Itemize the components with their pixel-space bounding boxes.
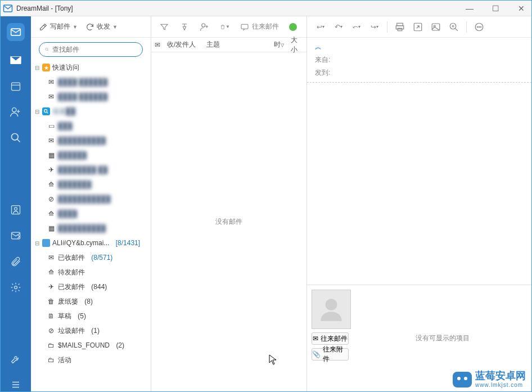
print-icon[interactable] xyxy=(394,21,405,33)
folder-activity[interactable]: 🗀活动 xyxy=(31,353,151,367)
chevron-down-icon: ▼ xyxy=(112,24,118,30)
tree-item[interactable]: ▦██████ xyxy=(31,148,151,163)
svg-rect-13 xyxy=(397,23,403,26)
svg-rect-15 xyxy=(398,28,402,31)
delete-icon[interactable]: ▼ xyxy=(220,22,230,32)
maximize-button[interactable]: ☐ xyxy=(488,4,503,13)
chat-icon xyxy=(240,22,249,31)
tree-item[interactable]: ⟰████ xyxy=(31,206,151,221)
filter-icon[interactable] xyxy=(159,22,169,32)
compose-button[interactable]: 写邮件 ▼ xyxy=(39,22,78,31)
nav-attachment-icon[interactable] xyxy=(9,255,22,268)
trash-icon: 🗑 xyxy=(47,297,56,306)
search-input[interactable] xyxy=(52,46,137,53)
nav-search-icon[interactable] xyxy=(9,131,22,145)
titlebar: DreamMail - [Tony] ― ☐ ✕ xyxy=(1,1,531,16)
star-icon: ★ xyxy=(42,64,50,71)
contact-empty: 没有可显示的项目 xyxy=(416,334,470,343)
svg-point-23 xyxy=(480,26,481,28)
svg-point-21 xyxy=(477,26,478,28)
svg-point-6 xyxy=(15,207,17,210)
folder-trash[interactable]: 🗑废纸篓 (8) xyxy=(31,294,151,309)
mail-icon: ✉ xyxy=(47,136,56,145)
folder-tree: ⊟★快速访问 ✉████ ██████ ✉████ ██████ ⊟搜索██ ▭… xyxy=(31,60,151,391)
tree-item[interactable]: ✉████ ██████ xyxy=(31,75,151,89)
minimize-button[interactable]: ― xyxy=(462,4,477,13)
compose-icon xyxy=(39,22,48,31)
nav-contacts-icon[interactable] xyxy=(9,105,22,119)
outbox-icon: ⟰ xyxy=(47,209,56,218)
tree-item[interactable]: ⊘███████████ xyxy=(31,192,151,206)
folder-drafts[interactable]: 🗎草稿 (5) xyxy=(31,309,151,323)
draft-icon: 🗎 xyxy=(47,312,56,321)
folder-outbox[interactable]: ⟰待发邮件 xyxy=(31,265,151,280)
col-size[interactable]: 大小 xyxy=(287,35,306,55)
mail-icon: ✉ xyxy=(313,335,318,343)
nav-addressbook-icon[interactable] xyxy=(9,203,22,217)
history-attachment-button[interactable]: 📎往来附件 xyxy=(312,348,349,361)
list-header: ✉ 收/发件人 主题 时▽ 大小 xyxy=(151,38,306,52)
nav-tools-icon[interactable] xyxy=(9,352,22,366)
compose-label: 写邮件 xyxy=(50,22,70,31)
svg-point-22 xyxy=(479,26,480,28)
nav-menu-icon[interactable] xyxy=(9,378,22,391)
search-icon xyxy=(45,46,49,53)
avatar xyxy=(312,290,351,329)
tree-quick-access[interactable]: ⊟★快速访问 xyxy=(31,60,151,75)
tree-item[interactable]: ▦██████████ xyxy=(31,221,151,236)
reply-all-icon[interactable]: ⤺▾ xyxy=(351,21,362,33)
zoom-icon[interactable] xyxy=(448,21,459,33)
chevron-down-icon: ▼ xyxy=(73,24,78,30)
svg-point-3 xyxy=(12,108,16,112)
window-title: DreamMail - [Tony] xyxy=(16,4,73,12)
back-icon[interactable]: ↩▾ xyxy=(315,21,326,33)
account-icon xyxy=(42,239,50,247)
nav-outbox-icon[interactable] xyxy=(9,229,22,242)
collapse-icon[interactable]: ︽ xyxy=(315,42,524,52)
app-logo-icon xyxy=(3,3,13,13)
folder-sent[interactable]: ✈已发邮件 (844) xyxy=(31,280,151,294)
to-label: 发到: xyxy=(315,69,330,76)
nav-mail-icon[interactable] xyxy=(9,53,22,67)
watermark: 蓝莓安卓网www.lmkjst.com xyxy=(453,371,526,388)
close-button[interactable]: ✕ xyxy=(513,4,529,13)
message-header: ︽ 来自: 发到: xyxy=(307,38,531,83)
svg-point-24 xyxy=(326,299,337,310)
tree-item[interactable]: ✈████████ ██ xyxy=(31,163,151,177)
tree-search-group[interactable]: ⊟搜索██ xyxy=(31,104,151,119)
tree-account[interactable]: ⊟ALI#QY&b.cymai... [8/1431] xyxy=(31,236,151,250)
forward-icon[interactable]: ↪▾ xyxy=(369,21,380,33)
image-icon[interactable] xyxy=(430,21,441,33)
message-list-pane: ▼ 往来邮件 ✉ 收/发件人 主题 时▽ 大小 没有邮件 xyxy=(151,16,307,391)
folder-inbox[interactable]: ✉已收邮件 (8/571) xyxy=(31,250,151,265)
nav-settings-icon[interactable] xyxy=(9,281,22,294)
pin-icon[interactable] xyxy=(179,22,190,32)
search-box[interactable] xyxy=(39,42,143,57)
folder-icon: ▭ xyxy=(47,121,56,130)
more-icon[interactable] xyxy=(474,21,485,33)
tree-item[interactable]: ✉██████████ xyxy=(31,133,151,148)
nav-calendar-icon[interactable] xyxy=(9,79,22,93)
svg-rect-2 xyxy=(12,83,20,90)
inbox-icon: ✉ xyxy=(47,92,56,101)
col-sender[interactable]: 收/发件人 xyxy=(164,40,203,49)
brand-icon[interactable] xyxy=(7,23,25,41)
folder-spam[interactable]: ⊘垃圾邮件 (1) xyxy=(31,323,151,338)
status-dot-icon[interactable] xyxy=(289,23,297,31)
nav-ribbon xyxy=(1,16,31,391)
sent-icon: ✈ xyxy=(47,282,56,291)
col-subject[interactable]: 主题 xyxy=(203,40,270,49)
watermark-icon xyxy=(453,372,472,388)
add-contact-icon[interactable] xyxy=(200,22,210,32)
sync-button[interactable]: 收发 ▼ xyxy=(85,22,118,31)
reply-icon[interactable]: ↶▾ xyxy=(333,21,344,33)
spam-icon: ⊘ xyxy=(47,326,56,335)
tree-item[interactable]: ⟰███████ xyxy=(31,177,151,192)
folder-mailsfound[interactable]: 🗀$MAILS_FOUND (2) xyxy=(31,338,151,353)
history-mail-button[interactable]: ✉往来邮件 xyxy=(312,332,349,345)
tree-item[interactable]: ✉████ ██████ xyxy=(31,89,151,104)
tree-item[interactable]: ▭███ xyxy=(31,119,151,133)
open-icon[interactable] xyxy=(412,21,423,33)
col-time[interactable]: 时▽ xyxy=(270,40,287,49)
history-button[interactable]: 往来邮件 xyxy=(240,22,279,31)
